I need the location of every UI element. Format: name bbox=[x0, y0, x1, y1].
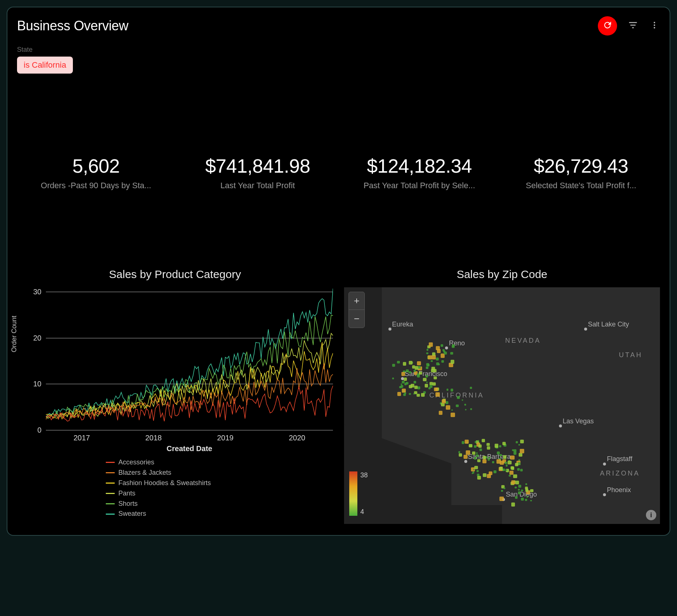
data-spot bbox=[494, 470, 496, 473]
header-actions bbox=[598, 16, 660, 35]
data-spot bbox=[510, 456, 514, 460]
data-spot bbox=[503, 487, 505, 489]
legend-item[interactable]: Fashion Hoodies & Sweatshirts bbox=[106, 478, 333, 488]
data-spot bbox=[503, 455, 506, 458]
chart-body[interactable]: Order Count 30 20 10 0 bbox=[17, 287, 333, 431]
data-spot bbox=[505, 469, 507, 471]
map-info-button[interactable]: i bbox=[646, 510, 656, 520]
data-spot bbox=[474, 457, 476, 460]
legend-item[interactable]: Shorts bbox=[106, 499, 333, 509]
legend-label: Blazers & Jackets bbox=[118, 468, 171, 478]
data-spot bbox=[417, 361, 421, 365]
legend-item[interactable]: Pants bbox=[106, 488, 333, 499]
more-button[interactable] bbox=[649, 20, 660, 31]
kpi-label: Selected State's Total Profit f... bbox=[515, 181, 648, 190]
data-spot bbox=[466, 450, 470, 455]
kpi-selected-state-profit[interactable]: $26,729.43 Selected State's Total Profit… bbox=[506, 155, 656, 190]
data-spot bbox=[432, 352, 435, 356]
data-spot bbox=[439, 411, 443, 415]
legend-swatch bbox=[106, 493, 115, 494]
kpi-value: $741,841.98 bbox=[182, 155, 333, 177]
data-spot bbox=[431, 360, 432, 362]
info-icon: i bbox=[650, 511, 652, 519]
filter-section: State is California bbox=[17, 46, 660, 74]
data-spot bbox=[509, 471, 513, 475]
zoom-in-button[interactable]: + bbox=[349, 292, 364, 310]
data-spot bbox=[486, 443, 490, 446]
sales-by-zip-panel: Sales by Zip Code + − 38 bbox=[344, 268, 660, 524]
data-spot bbox=[476, 470, 479, 472]
kpi-value: $124,182.34 bbox=[344, 155, 495, 177]
data-spot bbox=[397, 361, 400, 364]
data-spot bbox=[428, 355, 432, 360]
legend-max: 38 bbox=[360, 471, 368, 479]
filter-button[interactable] bbox=[627, 20, 639, 31]
legend-item[interactable]: Blazers & Jackets bbox=[106, 468, 333, 478]
data-spot bbox=[509, 475, 511, 477]
data-spot bbox=[456, 405, 458, 407]
data-spot bbox=[530, 489, 533, 492]
map-body[interactable]: + − 38 4 i NEVADAUTAHCALIFORNIAARIZ bbox=[344, 287, 660, 524]
city-label: Eureka bbox=[392, 321, 413, 328]
legend-swatch bbox=[106, 462, 115, 463]
series-line bbox=[46, 342, 333, 419]
kpi-past-year-profit-selected[interactable]: $124,182.34 Past Year Total Profit by Se… bbox=[344, 155, 495, 190]
data-spot bbox=[499, 454, 502, 457]
dashboard-frame: Business Overview State is California bbox=[7, 7, 670, 536]
y-axis-label: Order Count bbox=[10, 316, 18, 352]
data-spot bbox=[515, 481, 519, 484]
data-spot bbox=[409, 371, 411, 373]
data-spot bbox=[476, 452, 478, 454]
data-spot bbox=[464, 455, 468, 459]
data-spot bbox=[513, 474, 517, 478]
data-spot bbox=[518, 485, 521, 488]
data-spot bbox=[472, 473, 473, 474]
zoom-out-button[interactable]: − bbox=[349, 310, 364, 328]
legend-item[interactable]: Accessories bbox=[106, 457, 333, 468]
y-tick: 0 bbox=[37, 426, 41, 434]
data-spot bbox=[425, 375, 428, 378]
page-title: Business Overview bbox=[17, 18, 128, 34]
data-spot bbox=[483, 456, 486, 459]
data-spot bbox=[404, 392, 406, 394]
data-spot bbox=[413, 393, 415, 395]
data-spot bbox=[511, 480, 515, 484]
kpi-last-year-profit[interactable]: $741,841.98 Last Year Total Profit bbox=[182, 155, 333, 190]
data-spot bbox=[404, 378, 407, 381]
data-spot bbox=[417, 386, 420, 389]
state-filter-chip[interactable]: is California bbox=[17, 57, 73, 74]
data-spot bbox=[492, 461, 494, 463]
kpi-label: Last Year Total Profit bbox=[191, 181, 324, 190]
data-spot bbox=[409, 361, 412, 364]
city-dot bbox=[603, 493, 606, 496]
data-spot bbox=[406, 369, 409, 372]
data-spot bbox=[426, 366, 428, 369]
data-spot bbox=[515, 487, 517, 489]
data-spot bbox=[465, 409, 467, 411]
y-tick: 10 bbox=[33, 380, 41, 388]
data-spot bbox=[477, 459, 481, 463]
kpi-orders[interactable]: 5,602 Orders -Past 90 Days by Sta... bbox=[21, 155, 171, 190]
data-spot bbox=[521, 498, 523, 500]
legend-item[interactable]: Sweaters bbox=[106, 509, 333, 519]
data-spot bbox=[482, 459, 486, 463]
ocean bbox=[344, 505, 502, 524]
filter-label: State bbox=[17, 46, 660, 54]
x-tick: 2018 bbox=[145, 434, 162, 442]
data-spot bbox=[472, 451, 475, 455]
x-tick: 2019 bbox=[217, 434, 234, 442]
data-spot bbox=[414, 386, 418, 389]
refresh-button[interactable] bbox=[598, 16, 617, 35]
sales-by-category-panel: Sales by Product Category Order Count 30… bbox=[17, 268, 333, 524]
data-spot bbox=[459, 453, 462, 457]
data-spot bbox=[495, 444, 498, 447]
chart-title: Sales by Zip Code bbox=[344, 268, 660, 281]
legend-label: Pants bbox=[118, 488, 135, 499]
data-spot bbox=[427, 349, 429, 351]
data-spot bbox=[483, 473, 486, 477]
kpi-label: Orders -Past 90 Days by Sta... bbox=[30, 181, 163, 190]
plus-icon: + bbox=[354, 295, 359, 307]
data-spot bbox=[458, 451, 461, 453]
data-spot bbox=[397, 392, 401, 396]
data-spot bbox=[470, 408, 472, 410]
